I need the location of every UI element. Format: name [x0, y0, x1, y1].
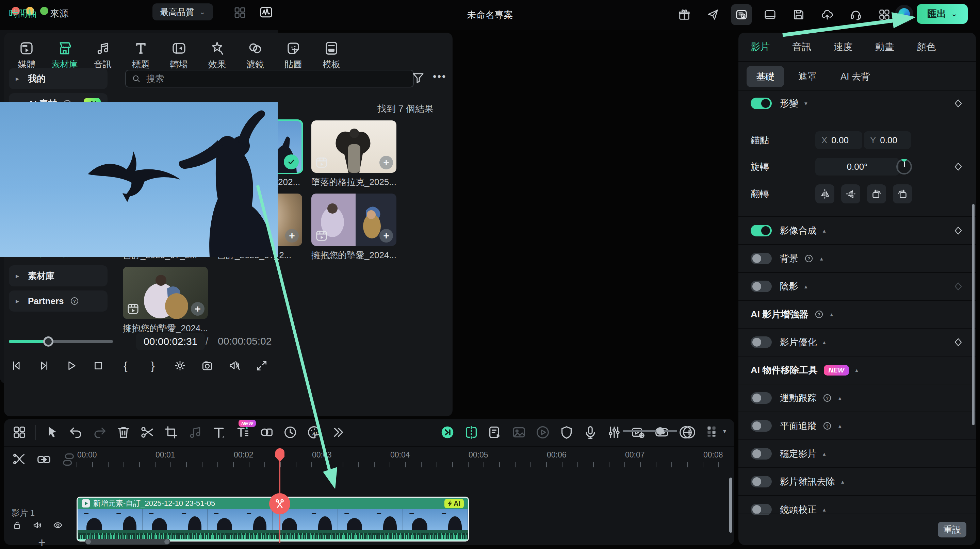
toggle-陰影[interactable] — [751, 281, 772, 292]
add-track-button[interactable]: + — [38, 536, 46, 549]
reset-button[interactable]: 重設 — [938, 522, 966, 538]
timeline-zoom-slider[interactable] — [623, 430, 677, 432]
nav-item-1[interactable]: 媒體 — [8, 35, 46, 70]
preview-tab-來源[interactable]: 來源 — [50, 8, 68, 20]
chevron-up-icon[interactable]: ▴ — [804, 283, 808, 290]
settings-icon[interactable] — [173, 359, 186, 372]
timeline-horizontal-scrollbar[interactable] — [85, 539, 170, 544]
redo-icon[interactable] — [92, 425, 108, 440]
trash-icon[interactable] — [116, 425, 131, 440]
share-icon[interactable] — [702, 4, 724, 25]
progress-knob[interactable] — [43, 336, 53, 347]
play-circle-icon[interactable] — [535, 425, 550, 440]
toggle-運動跟踪[interactable] — [751, 392, 772, 404]
multicam-view-icon[interactable] — [233, 5, 247, 20]
apps-grid-icon[interactable] — [874, 4, 895, 25]
prev-frame-icon[interactable] — [10, 359, 23, 372]
image-icon[interactable] — [511, 425, 527, 440]
rotate-keyframe-icon[interactable] — [953, 161, 964, 172]
track-lock-icon[interactable] — [11, 520, 22, 531]
fullscreen-icon[interactable] — [255, 359, 268, 372]
export-button[interactable]: 匯出 ⌄ — [917, 4, 968, 24]
next-frame-icon[interactable] — [37, 359, 50, 372]
mic-icon[interactable] — [582, 425, 598, 440]
track-visibility-eye-icon[interactable] — [52, 520, 63, 531]
transform-keyframe-icon[interactable] — [953, 98, 964, 109]
inspector-subtab-AI 去背[interactable]: AI 去背 — [831, 66, 880, 87]
mute-icon[interactable] — [228, 359, 241, 372]
chevron-up-icon[interactable]: ▴ — [823, 227, 826, 234]
transform-toggle[interactable] — [751, 98, 772, 109]
search-box[interactable] — [125, 70, 414, 87]
more-options-icon[interactable]: ••• — [433, 71, 447, 83]
keyframe-icon[interactable] — [953, 281, 964, 292]
rotate-dial[interactable] — [896, 159, 912, 175]
add-to-timeline-button[interactable]: + — [191, 302, 205, 316]
inspector-tab-影片[interactable]: 影片 — [751, 40, 770, 53]
chevron-up-icon[interactable]: ▴ — [841, 478, 844, 486]
timeline-vertical-scrollbar[interactable] — [729, 478, 732, 533]
snapshot-icon[interactable] — [201, 359, 214, 372]
music-note-icon[interactable] — [187, 425, 203, 440]
rotate-ccw-button[interactable] — [893, 184, 912, 203]
ripple-cut-icon[interactable] — [11, 452, 27, 467]
toggle-背景[interactable] — [751, 253, 772, 264]
thumbnail-image[interactable]: + — [123, 267, 208, 319]
rotate-value-field[interactable]: 0.00° — [815, 158, 899, 176]
ai-paint-icon[interactable]: AI — [306, 425, 322, 440]
search-input[interactable] — [146, 73, 408, 84]
sidebar-item-partners[interactable]: ▸Partners? — [9, 290, 108, 312]
mask-icon[interactable] — [259, 425, 274, 440]
cloud-sync-icon[interactable] — [817, 4, 838, 25]
sidebar-item-library[interactable]: ▸素材庫 — [9, 265, 108, 286]
speed-clock-icon[interactable] — [282, 425, 298, 440]
history-icon[interactable] — [731, 4, 752, 25]
media-item[interactable]: +墮落的格拉克_2025... — [311, 121, 396, 188]
inspector-tab-動畫[interactable]: 動畫 — [875, 40, 894, 53]
preview-tab-時間軸[interactable]: 時間軸 — [9, 8, 37, 20]
chevron-up-icon[interactable]: ▴ — [830, 311, 833, 318]
export-chevron-down-icon[interactable]: ⌄ — [951, 10, 957, 18]
chevron-up-icon[interactable]: ▴ — [838, 395, 842, 402]
track-volume-icon[interactable] — [32, 520, 43, 531]
inspector-subtab-基礎[interactable]: 基礎 — [746, 66, 784, 87]
anchor-y-field[interactable]: Y 0.00 — [864, 131, 911, 149]
toggle-穩定影片[interactable] — [751, 448, 772, 460]
inspector-tab-速度[interactable]: 速度 — [834, 40, 853, 53]
chevron-up-icon[interactable]: ▴ — [855, 367, 858, 374]
split-clip-icon[interactable] — [463, 425, 479, 440]
add-to-timeline-button[interactable]: + — [285, 229, 299, 243]
layout-panel-icon[interactable] — [759, 4, 781, 25]
toggle-平面追蹤[interactable] — [751, 420, 772, 432]
apps-grid-icon[interactable] — [11, 425, 27, 440]
render-preview-icon[interactable] — [630, 425, 646, 440]
anchor-x-field[interactable]: X 0.00 — [815, 131, 862, 149]
cursor-icon[interactable] — [44, 425, 60, 440]
playhead-scissors-icon[interactable] — [269, 493, 290, 514]
gift-icon[interactable] — [674, 4, 695, 25]
quality-dropdown[interactable]: 最高品質 ⌄ — [153, 3, 213, 21]
nav-item-3[interactable]: 音訊 — [84, 35, 122, 70]
toggle-影片優化[interactable] — [751, 336, 772, 348]
track-manager-icon[interactable] — [705, 425, 718, 438]
text-icon[interactable] — [211, 425, 227, 440]
inspector-subtab-遮罩[interactable]: 遮罩 — [789, 66, 826, 87]
thumbnail-image[interactable]: + — [311, 121, 396, 173]
text-read-icon[interactable] — [487, 425, 503, 440]
toggle-影像合成[interactable] — [751, 225, 772, 236]
save-icon[interactable] — [788, 4, 809, 25]
quick-split-icon[interactable] — [440, 425, 455, 440]
video-canvas[interactable] — [0, 102, 278, 257]
scope-waveform-icon[interactable] — [259, 5, 274, 20]
chevron-up-icon[interactable]: ▴ — [823, 339, 826, 346]
add-to-timeline-button[interactable]: + — [379, 156, 393, 170]
chevron-up-icon[interactable]: ▴ — [823, 451, 826, 457]
inspector-scrollbar[interactable] — [972, 204, 975, 425]
inspector-tab-顏色[interactable]: 顏色 — [917, 40, 936, 53]
more-icon[interactable] — [330, 425, 346, 440]
inspector-tab-音訊[interactable]: 音訊 — [792, 40, 811, 53]
play-icon[interactable] — [65, 359, 78, 372]
chevron-up-icon[interactable]: ▴ — [823, 506, 826, 513]
media-item[interactable]: +擁抱您的摯愛_2024... — [311, 194, 396, 261]
sidebar-item-my[interactable]: ▸我的 — [9, 68, 108, 89]
